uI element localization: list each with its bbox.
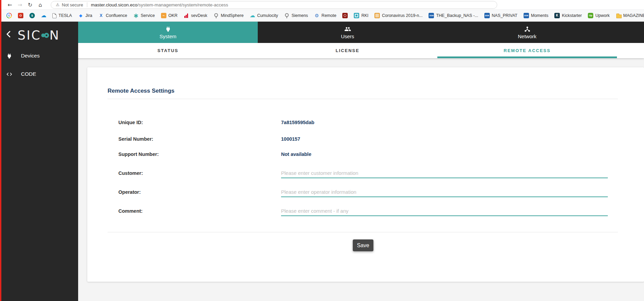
- sidebar: SICN Devices CODE: [0, 22, 78, 301]
- tab-label: Users: [341, 33, 354, 39]
- forward-button[interactable]: →: [15, 1, 25, 9]
- field-value: Not available: [281, 149, 311, 159]
- logo-link-icon: [41, 33, 49, 38]
- tab-network[interactable]: Network: [437, 22, 617, 43]
- folder-icon: [616, 13, 621, 18]
- logo-text-left: SI: [18, 28, 31, 43]
- bookmark-jira[interactable]: Jira: [75, 11, 95, 20]
- field-row-comment: Comment:: [87, 206, 644, 216]
- bookmark-remote[interactable]: Remote: [311, 11, 340, 20]
- url-separator: [87, 2, 87, 7]
- red-app-icon: [342, 13, 348, 18]
- chevron-left-icon: [5, 30, 13, 38]
- bookmark-confluence[interactable]: Confluence: [95, 11, 130, 20]
- bookmark-tesla[interactable]: TESLA: [49, 11, 75, 20]
- page-title: Remote Access Settings: [108, 88, 175, 94]
- bookmark-red-app[interactable]: [339, 11, 351, 20]
- bookmark-cumulocity[interactable]: Cumulocity: [247, 11, 281, 20]
- google-icon: [6, 13, 12, 18]
- bookmark-magazine[interactable]: MAGAZINE: [613, 11, 644, 20]
- plug-icon: [165, 26, 171, 32]
- field-label: Unique ID:: [118, 117, 143, 128]
- tab-label: Network: [518, 33, 536, 39]
- page-icon: [52, 13, 56, 18]
- bookmark-sharepoint[interactable]: [26, 11, 38, 20]
- sidebar-item-code[interactable]: CODE: [0, 68, 78, 80]
- bookmark-kickstarter[interactable]: Kickstarter: [551, 11, 585, 20]
- bookmark-siemens[interactable]: Siemens: [281, 11, 311, 20]
- comment-input[interactable]: [281, 206, 608, 216]
- subtab-remote-access[interactable]: REMOTE ACCESS: [437, 43, 617, 58]
- bookmark-coronavirus[interactable]: Coronavirus 2019-n...: [371, 11, 426, 20]
- home-button[interactable]: ⌂: [35, 1, 45, 9]
- logo-text-right: N: [49, 28, 60, 43]
- sidebar-item-label: Devices: [21, 53, 40, 59]
- bookmark-the-backup-nas[interactable]: THE_Backup_NAS -...: [426, 11, 481, 20]
- bookmark-upwork[interactable]: Upwork: [585, 11, 613, 20]
- customer-input[interactable]: [281, 168, 608, 178]
- subtab-status[interactable]: STATUS: [78, 43, 258, 58]
- url-path: /system-management/system/remote-access: [137, 2, 228, 7]
- save-button[interactable]: Save: [353, 239, 373, 251]
- sevdesk-icon: [184, 13, 189, 18]
- app-area: SICN Devices CODE System Users: [0, 22, 644, 301]
- logo-text-c: C: [31, 28, 41, 43]
- url-text: master.cloud.sicon.eco/system-management…: [91, 2, 228, 7]
- tab-system[interactable]: System: [78, 22, 258, 43]
- footer-divider: [108, 232, 618, 232]
- dsm-icon: [524, 13, 529, 18]
- operator-input[interactable]: [281, 187, 608, 197]
- bookmark-google[interactable]: [3, 11, 15, 20]
- person-pin-icon: [284, 13, 290, 18]
- sharepoint-icon: [29, 13, 35, 18]
- field-value: 1000157: [281, 134, 300, 144]
- upwork-icon: [588, 13, 593, 18]
- bookmark-mindsphere[interactable]: MindSphere: [210, 11, 247, 20]
- not-secure-warning-icon: ⚠: [56, 2, 60, 7]
- field-row-operator: Operator:: [87, 187, 644, 197]
- field-label: Operator:: [118, 187, 141, 197]
- sidebar-collapse-button[interactable]: [3, 29, 14, 40]
- bookmark-rki[interactable]: RKI: [351, 11, 371, 20]
- plug-icon: [6, 53, 13, 59]
- field-label: Comment:: [118, 206, 143, 216]
- confluence-icon: [98, 13, 104, 18]
- title-divider: [108, 99, 618, 99]
- bookmark-moments[interactable]: Moments: [521, 11, 551, 20]
- jira-icon: [78, 13, 84, 18]
- users-icon: [344, 26, 351, 32]
- kickstarter-icon: [554, 13, 560, 18]
- rki-icon: [354, 13, 359, 18]
- content-area: Remote Access Settings Unique ID: 7a8159…: [78, 58, 644, 301]
- bookmark-sevdesk[interactable]: sevDesk: [181, 11, 210, 20]
- tab-label: System: [159, 33, 176, 39]
- tab-users[interactable]: Users: [258, 22, 437, 43]
- field-row-serial-number: Serial Number: 1000157: [87, 134, 644, 144]
- security-label: Not secure: [62, 2, 83, 7]
- browser-chrome: ← → ↻ ⌂ ⚠ Not secure master.cloud.sicon.…: [0, 0, 644, 22]
- dsm-icon: [484, 13, 490, 18]
- field-label: Serial Number:: [118, 134, 153, 144]
- back-button[interactable]: ←: [5, 1, 15, 9]
- service-icon: [133, 13, 139, 18]
- bookmark-okr[interactable]: OKR: [158, 11, 181, 20]
- bookmark-nas-privat[interactable]: NAS_PRIVAT: [481, 11, 521, 20]
- screen-edge-strip: [0, 0, 1, 301]
- sidebar-item-devices[interactable]: Devices: [0, 50, 78, 62]
- bookmarks-bar: TESLA Jira Confluence Service OKR sevDes…: [0, 9, 644, 22]
- subtab-license[interactable]: LICENSE: [258, 43, 437, 58]
- bookmark-onedrive[interactable]: [38, 11, 49, 20]
- bookmark-office[interactable]: [15, 11, 26, 20]
- office-icon: [18, 13, 23, 18]
- url-bar[interactable]: ⚠ Not secure master.cloud.sicon.eco/syst…: [51, 1, 497, 9]
- field-row-customer: Customer:: [87, 168, 644, 178]
- network-hub-icon: [524, 26, 531, 32]
- refresh-button[interactable]: ↻: [25, 1, 35, 9]
- corona-icon: [374, 13, 380, 18]
- okr-icon: [161, 13, 166, 18]
- code-icon: [6, 71, 13, 77]
- page: System Users Network STATUS LICENSE REMO…: [78, 22, 644, 301]
- bookmark-service[interactable]: Service: [130, 11, 158, 20]
- field-value: 7a8159595dab: [281, 117, 314, 128]
- url-host: master.cloud.sicon.eco: [91, 2, 137, 7]
